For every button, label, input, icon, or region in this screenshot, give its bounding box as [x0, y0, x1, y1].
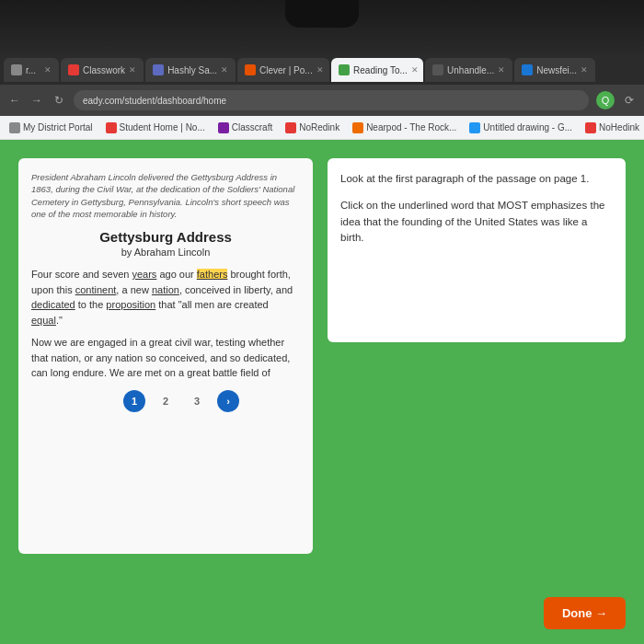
page-2-button[interactable]: 2 — [155, 390, 177, 412]
word-continent[interactable]: continent — [75, 284, 117, 295]
profile-icon[interactable]: ⟳ — [622, 93, 637, 108]
browser-frame: r... ✕ Classwork ✕ Hashly Sa... ✕ Clever… — [0, 55, 644, 644]
forward-button[interactable]: → — [29, 93, 44, 108]
tab-unhandle-icon — [432, 64, 443, 75]
tab-r[interactable]: r... ✕ — [4, 58, 59, 82]
tab-hashly-label: Hashly Sa... — [167, 65, 217, 75]
bookmark-untitled-icon — [469, 122, 480, 133]
tab-classwork[interactable]: Classwork ✕ — [61, 58, 144, 82]
bookmark-nearpod[interactable]: Nearpod - The Rock... — [349, 121, 460, 135]
refresh-button[interactable]: ↻ — [52, 93, 66, 108]
tab-hashly-close[interactable]: ✕ — [221, 65, 228, 75]
bookmark-noredink-icon — [285, 122, 296, 133]
main-area: President Abraham Lincoln delivered the … — [18, 158, 626, 626]
tab-reading-icon — [339, 64, 350, 75]
top-bar — [0, 0, 644, 55]
word-fathers[interactable]: fathers — [197, 269, 228, 280]
bookmark-district-label: My District Portal — [23, 122, 93, 132]
tab-r-label: r... — [26, 65, 36, 75]
tab-classwork-label: Classwork — [83, 65, 125, 75]
tab-classwork-close[interactable]: ✕ — [129, 65, 136, 75]
tab-classwork-icon — [68, 64, 79, 75]
tab-clever[interactable]: Clever | Po... ✕ — [237, 58, 329, 82]
bookmark-district[interactable]: My District Portal — [6, 121, 97, 135]
word-years[interactable]: years — [132, 269, 156, 280]
question-card: Look at the first paragraph of the passa… — [328, 158, 626, 342]
word-nation[interactable]: nation — [152, 284, 179, 295]
word-equal[interactable]: equal — [31, 315, 56, 326]
word-dedicated[interactable]: dedicated — [31, 299, 75, 310]
passage-author: by Abraham Lincoln — [31, 247, 300, 258]
bookmarks-bar: My District Portal Student Home | No... … — [0, 116, 644, 140]
passage-body: Four score and seven years ago our fathe… — [31, 267, 300, 381]
tab-clever-close[interactable]: ✕ — [316, 65, 324, 75]
tab-newsfeed-close[interactable]: ✕ — [581, 65, 588, 75]
bookmark-nohedink-label: NoHedink — [599, 122, 639, 132]
page-content: President Abraham Lincoln delivered the … — [0, 140, 644, 644]
tab-reading[interactable]: Reading To... ✕ — [331, 58, 423, 82]
bookmark-untitled[interactable]: Untitled drawing - G... — [466, 121, 576, 135]
tab-unhandle-label: Unhandle... — [447, 65, 494, 75]
bookmark-district-icon — [9, 122, 20, 133]
back-button[interactable]: ← — [7, 93, 22, 108]
bookmark-noredink-label: NoRedink — [299, 122, 339, 132]
passage-card: President Abraham Lincoln delivered the … — [18, 158, 313, 554]
extensions-icon[interactable]: Q — [596, 91, 615, 109]
page-next-button[interactable]: › — [217, 390, 239, 412]
passage-paragraph1: Four score and seven years ago our fathe… — [31, 267, 300, 328]
bookmark-classcraft[interactable]: Classcraft — [214, 121, 276, 135]
tab-hashly[interactable]: Hashly Sa... ✕ — [145, 58, 236, 82]
bookmark-untitled-label: Untitled drawing - G... — [483, 122, 572, 132]
tab-reading-close[interactable]: ✕ — [411, 65, 419, 75]
bookmark-student-label: Student Home | No... — [120, 122, 205, 132]
pagination: ‹ 1 2 3 › — [31, 390, 300, 412]
tab-reading-label: Reading To... — [353, 65, 408, 75]
word-proposition[interactable]: proposition — [106, 299, 155, 310]
camera-bump — [285, 0, 359, 28]
address-bar: ← → ↻ Q ⟳ — [0, 85, 644, 116]
tab-newsfeed-icon — [522, 64, 533, 75]
passage-paragraph2: Now we are engaged in a great civil war,… — [31, 335, 300, 381]
bookmark-student-icon — [106, 122, 117, 133]
bookmark-nearpod-label: Nearpod - The Rock... — [366, 122, 456, 132]
bookmark-noredink[interactable]: NoRedink — [282, 121, 343, 135]
tab-bar: r... ✕ Classwork ✕ Hashly Sa... ✕ Clever… — [0, 55, 644, 85]
tab-unhandle-close[interactable]: ✕ — [498, 65, 505, 75]
bookmark-classcraft-icon — [218, 122, 229, 133]
address-input[interactable] — [74, 90, 589, 110]
bookmark-classcraft-label: Classcraft — [232, 122, 272, 132]
passage-intro: President Abraham Lincoln delivered the … — [31, 171, 300, 220]
tab-clever-label: Clever | Po... — [259, 65, 313, 75]
tab-newsfeed-label: Newsfei... — [536, 65, 577, 75]
question-line2: Click on the underlined word that MOST e… — [340, 198, 613, 246]
tab-hashly-icon — [153, 64, 164, 75]
done-button[interactable]: Done → — [544, 597, 626, 629]
tab-r-icon — [11, 64, 22, 75]
tab-newsfeed[interactable]: Newsfei... ✕ — [514, 58, 595, 82]
bookmark-nearpod-icon — [352, 122, 363, 133]
bookmark-nohedink[interactable]: NoHedink — [581, 121, 643, 135]
tab-clever-icon — [245, 64, 256, 75]
page-3-button[interactable]: 3 — [186, 390, 208, 412]
bookmark-nohedink-icon — [585, 122, 596, 133]
question-line1: Look at the first paragraph of the passa… — [340, 171, 613, 187]
tab-unhandle[interactable]: Unhandle... ✕ — [425, 58, 512, 82]
passage-title: Gettysburg Address — [31, 229, 300, 245]
page-1-button[interactable]: 1 — [123, 390, 145, 412]
tab-r-close[interactable]: ✕ — [44, 65, 52, 75]
bookmark-student[interactable]: Student Home | No... — [102, 121, 209, 135]
